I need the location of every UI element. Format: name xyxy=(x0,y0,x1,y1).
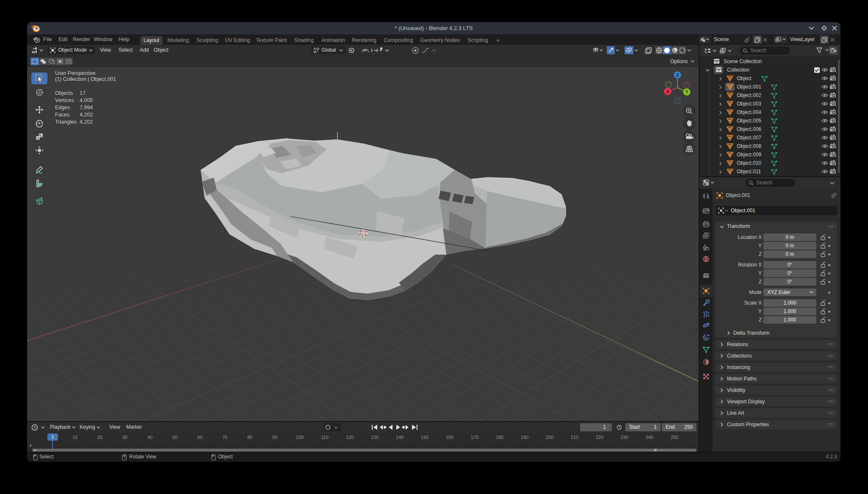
svg-text:Y: Y xyxy=(686,90,688,94)
svg-text:Z: Z xyxy=(676,73,679,78)
svg-text:X: X xyxy=(666,89,669,94)
